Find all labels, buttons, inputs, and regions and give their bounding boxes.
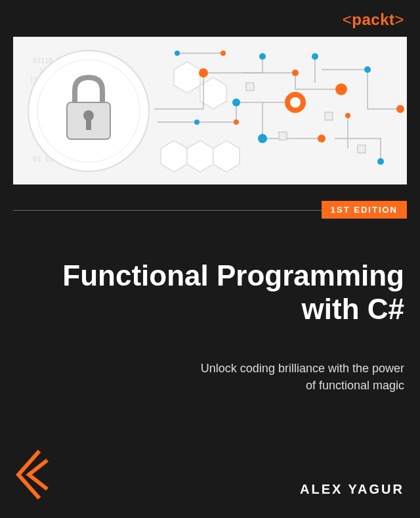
title-block: Functional Programming with C# <box>62 259 404 326</box>
svg-point-28 <box>175 51 180 56</box>
svg-marker-12 <box>200 77 226 109</box>
svg-point-24 <box>318 135 326 142</box>
title-line-1: Functional Programming <box>62 259 404 291</box>
svg-rect-34 <box>246 83 254 91</box>
svg-marker-15 <box>213 140 240 172</box>
svg-marker-13 <box>161 140 187 172</box>
svg-point-27 <box>377 158 384 165</box>
edition-text: 1ST EDITION <box>331 205 398 215</box>
svg-point-18 <box>232 98 240 106</box>
book-subtitle: Unlock coding brilliance with the power … <box>201 360 404 394</box>
tech-illustration: 01110 1011 001 1001 0110 101 110 0011 01… <box>13 37 407 184</box>
publisher-logo: <packt> <box>343 11 404 29</box>
svg-point-29 <box>220 51 226 56</box>
svg-point-25 <box>364 66 371 73</box>
svg-point-20 <box>290 97 301 108</box>
bracket-close: > <box>394 11 404 28</box>
svg-point-33 <box>194 119 200 125</box>
svg-point-21 <box>292 70 299 76</box>
svg-point-16 <box>199 68 208 77</box>
svg-rect-10 <box>86 118 91 130</box>
svg-point-32 <box>234 119 239 125</box>
edition-badge: 1ST EDITION <box>322 201 407 219</box>
title-line-2: with C# <box>62 293 404 326</box>
svg-point-31 <box>345 113 350 118</box>
svg-rect-37 <box>279 132 287 140</box>
corner-chevron-icon <box>13 448 50 504</box>
svg-rect-35 <box>325 112 333 120</box>
hero-graphic: 01110 1011 001 1001 0110 101 110 0011 01… <box>13 37 407 184</box>
author-name: ALEX YAGUR <box>300 482 404 497</box>
publisher-name: packt <box>352 11 394 28</box>
svg-marker-11 <box>174 62 200 93</box>
svg-rect-36 <box>358 145 366 153</box>
book-title: Functional Programming with C# <box>62 259 404 326</box>
svg-point-22 <box>335 83 347 95</box>
subtitle-line-1: Unlock coding brilliance with the power <box>201 362 404 375</box>
author-text: ALEX YAGUR <box>300 482 404 496</box>
svg-point-23 <box>258 134 267 143</box>
svg-point-30 <box>312 53 318 60</box>
svg-marker-14 <box>187 140 213 172</box>
svg-point-26 <box>396 105 404 113</box>
svg-point-17 <box>259 53 266 60</box>
bracket-open: < <box>343 11 352 28</box>
subtitle-line-2: of functional magic <box>201 377 404 394</box>
